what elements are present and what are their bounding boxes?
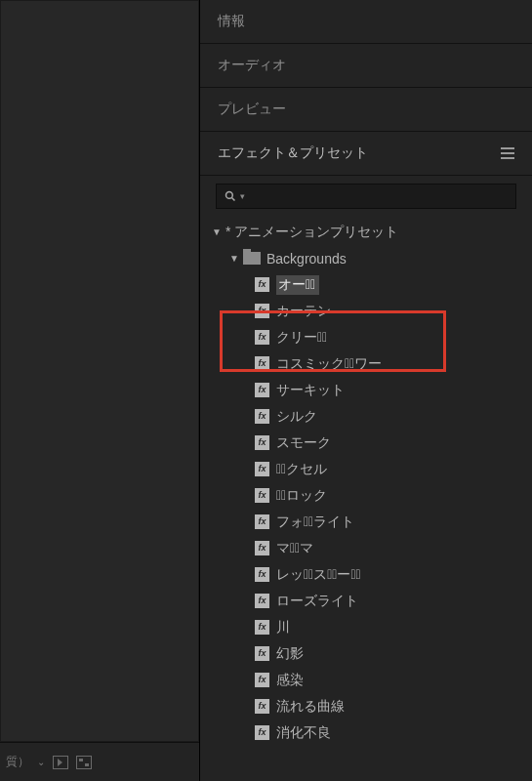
search-row: ▾ <box>200 176 532 215</box>
preset-item[interactable]: クリーフﾟ <box>212 324 532 350</box>
preset-label: ローズライト <box>276 593 358 610</box>
left-panel-content <box>0 0 199 742</box>
preset-item[interactable]: シルク <box>212 403 532 430</box>
preset-tree: * アニメーションプリセット Backgrounds オーフﾞカーテンクリーフﾟ… <box>200 215 532 781</box>
svg-line-1 <box>232 198 235 201</box>
svg-point-0 <box>226 192 233 199</box>
preset-item[interactable]: 幻影 <box>212 640 532 667</box>
preset-item[interactable]: オーフﾞ <box>212 271 532 298</box>
left-panel: 質） ⌄ <box>0 0 200 781</box>
preset-icon <box>255 409 269 424</box>
tree-root-category[interactable]: * アニメーションプリセット <box>212 219 532 245</box>
tree-folder-backgrounds[interactable]: Backgrounds <box>212 245 532 271</box>
preset-icon <box>255 567 269 582</box>
preset-label: 流れる曲線 <box>276 698 345 716</box>
disclosure-triangle-icon[interactable] <box>229 254 239 264</box>
preset-label: 幻影 <box>276 645 304 663</box>
category-label: * アニメーションプリセット <box>225 224 398 241</box>
preset-icon <box>255 330 269 345</box>
preset-item[interactable]: サーキット <box>212 377 532 403</box>
preset-item[interactable]: レットﾞスヒﾟートﾞ <box>212 561 532 588</box>
disclosure-triangle-icon[interactable] <box>212 227 222 237</box>
preset-item[interactable]: マクﾞマ <box>212 535 532 561</box>
preset-icon <box>255 383 269 397</box>
preset-item[interactable]: スモーク <box>212 430 532 456</box>
right-panel-stack: 情報 オーディオ プレビュー エフェクト＆プリセット ▾ * アニメーションプリ… <box>200 0 532 781</box>
preset-label: 川 <box>276 619 290 637</box>
preset-label: ヒﾟクセル <box>276 461 327 478</box>
panel-menu-icon[interactable] <box>501 147 514 159</box>
dropdown-chevron-icon[interactable]: ⌄ <box>37 757 45 767</box>
search-input[interactable]: ▾ <box>216 184 516 209</box>
preset-icon <box>255 646 269 661</box>
preset-item[interactable]: 感染 <box>212 667 532 693</box>
expand-icon[interactable] <box>76 756 92 769</box>
panel-title: 情報 <box>218 13 245 30</box>
preset-item[interactable]: コスミックハﾟワー <box>212 350 532 377</box>
preset-label: マクﾞマ <box>276 540 313 557</box>
preset-label: カーテン <box>276 303 331 320</box>
panel-header-info[interactable]: 情報 <box>200 0 532 44</box>
preset-icon <box>255 594 269 608</box>
preset-icon <box>255 488 269 503</box>
folder-label: Backgrounds <box>266 251 347 267</box>
panel-title: オーディオ <box>218 57 286 74</box>
preset-icon <box>255 462 269 476</box>
preset-item[interactable]: 消化不良 <box>212 719 532 746</box>
preset-icon <box>255 277 269 292</box>
preview-mode-icon[interactable] <box>53 756 68 769</box>
preset-icon <box>255 541 269 555</box>
preset-icon <box>255 435 269 450</box>
panel-title: プレビュー <box>218 101 286 118</box>
preset-item[interactable]: ローズライト <box>212 588 532 614</box>
preset-item[interactable]: 流れる曲線 <box>212 693 532 719</box>
preset-icon <box>255 514 269 529</box>
search-dropdown-icon[interactable]: ▾ <box>240 191 245 201</box>
left-bottom-toolbar: 質） ⌄ <box>0 742 199 781</box>
preset-label: サーキット <box>276 382 345 399</box>
preset-icon <box>255 356 269 371</box>
preset-label: 感染 <box>276 672 304 689</box>
preset-label: フﾞロック <box>276 487 327 505</box>
preset-label: オーフﾞ <box>276 275 319 295</box>
preset-item[interactable]: ヒﾟクセル <box>212 456 532 482</box>
folder-icon <box>243 252 261 265</box>
preset-label: 消化不良 <box>276 724 331 742</box>
preset-label: レットﾞスヒﾟートﾞ <box>276 566 361 584</box>
preset-label: フォクﾞライト <box>276 514 354 531</box>
preset-icon <box>255 699 269 714</box>
preset-item[interactable]: フォクﾞライト <box>212 509 532 535</box>
preset-icon <box>255 620 269 635</box>
preset-label: クリーフﾟ <box>276 329 327 347</box>
preset-label: シルク <box>276 408 317 426</box>
quality-label: 質） <box>6 754 29 770</box>
search-icon <box>225 190 236 202</box>
panel-header-audio[interactable]: オーディオ <box>200 44 532 88</box>
search-field[interactable] <box>249 189 508 204</box>
preset-label: コスミックハﾟワー <box>276 355 382 373</box>
preset-icon <box>255 673 269 687</box>
preset-label: スモーク <box>276 434 331 452</box>
preset-item[interactable]: カーテン <box>212 298 532 324</box>
preset-icon <box>255 725 269 740</box>
preset-item[interactable]: 川 <box>212 614 532 640</box>
panel-header-effects[interactable]: エフェクト＆プリセット <box>200 132 532 176</box>
preset-icon <box>255 304 269 318</box>
panel-header-preview[interactable]: プレビュー <box>200 88 532 132</box>
preset-item[interactable]: フﾞロック <box>212 482 532 509</box>
panel-title: エフェクト＆プリセット <box>218 144 368 162</box>
